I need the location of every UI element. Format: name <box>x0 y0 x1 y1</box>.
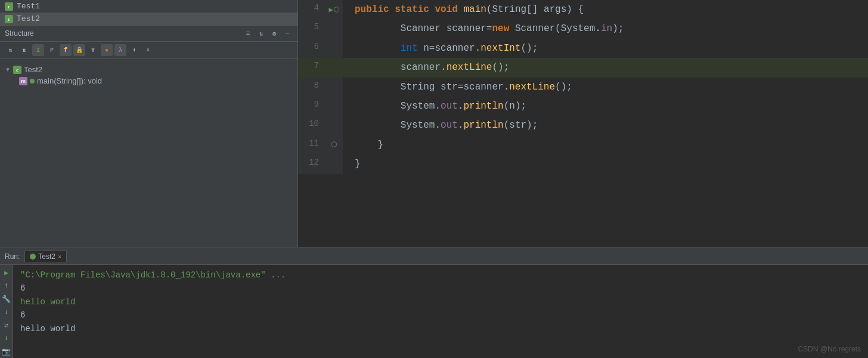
settings-btn[interactable]: ⚙ <box>269 28 280 39</box>
line-icons-4: ▶ ⬡ <box>325 0 343 19</box>
code-line-12: 12 } <box>298 155 868 174</box>
bottom-panel: Run: Test2 × ▶ ↑ 🔧 ↓ ⇌ ⬇ 📷 "C:\Program F… <box>0 248 868 358</box>
tree-class-item[interactable]: ▼ c Test2 <box>2 64 295 75</box>
class-btn[interactable]: P <box>46 44 58 56</box>
lambda-btn[interactable]: λ <box>114 44 126 56</box>
line-content-6: int n=scanner.nextInt(); <box>343 39 868 58</box>
line-num-12: 12 <box>298 155 325 174</box>
line-icons-8 <box>325 78 343 97</box>
line-icons-5 <box>325 19 343 38</box>
close-btn[interactable]: − <box>282 28 293 39</box>
structure-toolbar: ≡ ⇅ ⚙ − <box>243 28 293 39</box>
run-tab-test2[interactable]: Test2 × <box>24 251 67 262</box>
line-num-5: 5 <box>298 19 325 38</box>
structure-title: Structure <box>5 29 34 38</box>
bookmark-icon-4[interactable]: ⬡ <box>333 5 339 14</box>
interface-btn[interactable]: I <box>32 44 44 56</box>
run-tab-name: Test2 <box>38 252 55 261</box>
run-camera-btn[interactable]: 📷 <box>1 346 12 357</box>
run-down-btn[interactable]: ↓ <box>1 307 12 317</box>
sort-asc-btn[interactable]: ⇅ <box>5 44 17 56</box>
run-wrench-btn[interactable]: 🔧 <box>1 294 12 304</box>
code-line-9: 9 System.out.println(n); <box>298 97 868 116</box>
class-icon-test2: c <box>5 15 13 23</box>
line-icons-7 <box>325 58 343 77</box>
output-line-4: hello world <box>20 322 861 335</box>
run-sidebar: ▶ ↑ 🔧 ↓ ⇌ ⬇ 📷 <box>0 265 13 358</box>
field-btn[interactable]: f <box>60 44 72 56</box>
arrow-down-btn[interactable]: ⬇ <box>142 44 154 56</box>
tree-arrow: ▼ <box>5 66 11 73</box>
line-icons-11: ⬡ <box>325 135 343 155</box>
line-icons-10 <box>325 116 343 135</box>
class-badge: c <box>13 66 21 74</box>
csdn-watermark: CSDN @No regrets <box>798 345 861 353</box>
sort-btn[interactable]: ≡ <box>243 28 253 39</box>
tab-test2[interactable]: c Test2 <box>0 13 297 25</box>
line-content-5: Scanner scanner=new Scanner(System.in); <box>343 19 868 38</box>
sort-desc-btn[interactable]: ⇅ <box>18 44 30 56</box>
tab-test1-label: Test1 <box>17 2 40 11</box>
output-line-1: 6 <box>20 282 861 295</box>
run-icon-4[interactable]: ▶ <box>328 5 333 14</box>
line-num-6: 6 <box>298 39 325 58</box>
code-line-10: 10 System.out.println(str); <box>298 116 868 135</box>
run-tab-icon <box>30 254 36 260</box>
line-num-8: 8 <box>298 78 325 97</box>
line-icons-6 <box>325 39 343 58</box>
circle-btn[interactable]: ● <box>101 44 113 56</box>
run-output: "C:\Program Files\Java\jdk1.8.0_192\bin\… <box>13 265 868 358</box>
bookmark-icon-11[interactable]: ⬡ <box>331 140 337 149</box>
run-output-wrapper: ▶ ↑ 🔧 ↓ ⇌ ⬇ 📷 "C:\Program Files\Java\jdk… <box>0 265 868 358</box>
line-content-4: public static void main(String[] args) { <box>343 0 868 19</box>
run-play-btn[interactable]: ▶ <box>1 267 12 278</box>
structure-panel: Structure ≡ ⇅ ⚙ − ⇅ ⇅ I P f 🔒 Y ● λ ⬆ <box>0 25 297 247</box>
line-num-10: 10 <box>298 116 325 135</box>
arrow-up-btn[interactable]: ⬆ <box>128 44 140 56</box>
line-content-10: System.out.println(str); <box>343 116 868 135</box>
tab-test2-label: Test2 <box>17 14 40 23</box>
run-scroll-btn[interactable]: ⬇ <box>1 333 12 344</box>
line-icons-12 <box>325 155 343 174</box>
icon-toolbar: ⇅ ⇅ I P f 🔒 Y ● λ ⬆ ⬇ <box>0 42 297 59</box>
run-up-btn[interactable]: ↑ <box>1 280 12 291</box>
lock-btn[interactable]: 🔒 <box>73 44 85 56</box>
output-line-0: "C:\Program Files\Java\jdk1.8.0_192\bin\… <box>20 268 861 282</box>
code-editor: 4 ▶ ⬡ public static void main(String[] a… <box>298 0 868 247</box>
inherit-btn[interactable]: Y <box>87 44 99 56</box>
code-line-7: 7 scanner.nextLine(); <box>298 58 868 77</box>
tree-class-name: Test2 <box>24 65 42 74</box>
run-tab-bar: Run: Test2 × <box>0 248 868 265</box>
code-line-8: 8 String str=scanner.nextLine(); <box>298 78 868 97</box>
code-line-11: 11 ⬡ } <box>298 135 868 155</box>
line-content-7: scanner.nextLine(); <box>343 58 868 77</box>
code-line-4: 4 ▶ ⬡ public static void main(String[] a… <box>298 0 868 19</box>
output-line-3: 6 <box>20 308 861 322</box>
structure-tree: ▼ c Test2 m main(String[]): void <box>0 59 297 247</box>
method-badge: m <box>19 77 27 85</box>
tree-method-item[interactable]: m main(String[]): void <box>2 75 295 87</box>
run-label: Run: <box>5 252 20 261</box>
run-wrap-btn[interactable]: ⇌ <box>1 320 12 331</box>
access-dot <box>30 79 35 84</box>
line-icons-9 <box>325 97 343 116</box>
line-num-7: 7 <box>298 58 325 77</box>
line-content-11: } <box>343 135 868 155</box>
line-num-11: 11 <box>298 135 325 155</box>
filter-btn[interactable]: ⇅ <box>256 28 266 39</box>
class-icon-test1: c <box>5 2 13 11</box>
line-content-9: System.out.println(n); <box>343 97 868 116</box>
run-tab-close[interactable]: × <box>58 253 61 260</box>
output-line-2: hello world <box>20 295 861 308</box>
tree-method-name: main(String[]): void <box>37 76 102 85</box>
line-content-8: String str=scanner.nextLine(); <box>343 78 868 97</box>
line-num-4: 4 <box>298 0 325 19</box>
code-line-6: 6 int n=scanner.nextInt(); <box>298 39 868 58</box>
line-content-12: } <box>343 155 868 174</box>
code-line-5: 5 Scanner scanner=new Scanner(System.in)… <box>298 19 868 38</box>
file-tabs: c Test1 c Test2 <box>0 0 297 25</box>
structure-header: Structure ≡ ⇅ ⚙ − <box>0 25 297 42</box>
line-num-9: 9 <box>298 97 325 116</box>
tab-test1[interactable]: c Test1 <box>0 0 297 13</box>
